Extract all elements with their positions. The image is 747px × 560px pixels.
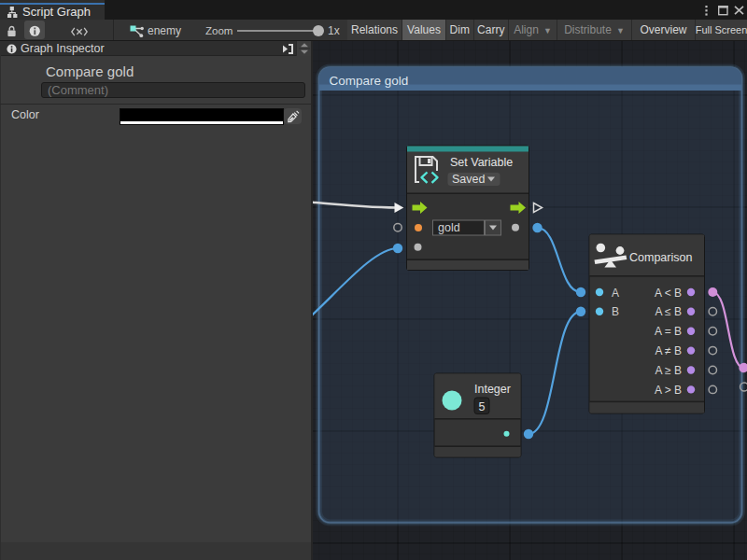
svg-text:A ≥ B: A ≥ B [655,364,682,377]
svg-text:A > B: A > B [655,384,682,397]
svg-text:A: A [612,287,619,300]
svg-text:A ≠ B: A ≠ B [655,344,682,357]
svg-text:A < B: A < B [655,287,682,300]
svg-text:Set Variable: Set Variable [450,156,513,169]
svg-text:gold: gold [438,221,460,234]
svg-text:Comparison: Comparison [629,251,692,264]
svg-text:A = B: A = B [655,325,682,338]
svg-text:Integer: Integer [474,383,511,396]
svg-text:Compare gold: Compare gold [330,74,409,88]
svg-text:5: 5 [479,400,486,413]
svg-text:Saved: Saved [452,173,485,186]
svg-text:A ≤ B: A ≤ B [655,305,682,318]
svg-text:B: B [612,305,619,318]
